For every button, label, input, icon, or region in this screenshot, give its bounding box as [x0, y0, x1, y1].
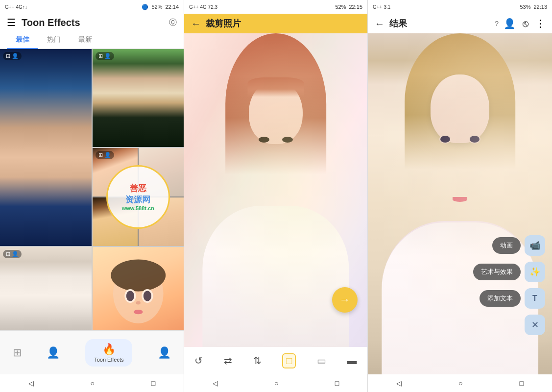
- close-icon: ✕: [531, 319, 539, 330]
- home-sys-btn-1[interactable]: ○: [91, 379, 95, 387]
- sys-nav-2: ◁ ○ □: [184, 374, 367, 392]
- watermark-line2: 资源网: [125, 194, 150, 205]
- video-icon: 📹: [529, 240, 540, 251]
- status-bar-3: G++ 3.1 53% 22:13: [368, 0, 552, 14]
- next-button[interactable]: →: [332, 287, 358, 313]
- bluetooth-icon-1: 🔵: [142, 4, 148, 10]
- time-text-3: 22:13: [533, 4, 547, 10]
- help-icon-1[interactable]: ⓪: [169, 18, 177, 28]
- status-right-3: 53% 22:13: [520, 4, 547, 10]
- battery-text-2: 52%: [335, 4, 346, 10]
- person-icon-b: 👤: [104, 53, 111, 59]
- time-text-1: 22:14: [165, 4, 179, 10]
- user-icon: 👤: [158, 346, 171, 359]
- app-title: Toon Effects: [22, 17, 163, 28]
- battery-text-1: 52%: [151, 4, 162, 10]
- back-button-3[interactable]: ←: [375, 18, 384, 29]
- crop-image-area: →: [184, 33, 367, 347]
- cell-icon-b: ⊞ 👤: [96, 52, 114, 60]
- anime-face-svg: [93, 247, 184, 330]
- art-icon-btn[interactable]: ✨: [525, 262, 545, 282]
- anime-image: [93, 247, 184, 330]
- flip-h-tool[interactable]: ⇄: [224, 355, 232, 367]
- home-sys-btn-2[interactable]: ○: [274, 379, 278, 387]
- nav-item-user[interactable]: 👤: [158, 346, 171, 359]
- animation-icon-btn[interactable]: 📹: [525, 235, 545, 256]
- photo-icon-b: ⊞: [98, 53, 103, 59]
- back-button-2[interactable]: ←: [191, 18, 201, 29]
- home-sys-btn-3[interactable]: ○: [458, 379, 462, 387]
- text-icon-btn[interactable]: T: [525, 288, 545, 309]
- art-effects-button[interactable]: 艺术与效果: [473, 264, 521, 280]
- photo-icon-c: ⊞: [98, 152, 103, 158]
- back-sys-btn-2[interactable]: ◁: [213, 379, 218, 387]
- grid-cell-b[interactable]: ⊞ 👤: [93, 49, 184, 147]
- tab-hot[interactable]: 热门: [38, 31, 70, 48]
- back-sys-btn-1[interactable]: ◁: [28, 379, 34, 387]
- toon-label: Toon Effects: [94, 357, 123, 363]
- status-bar-2: G++ 4G 72.3 52% 22:15: [184, 0, 367, 14]
- recents-sys-btn-3[interactable]: □: [520, 379, 524, 387]
- art-effects-label: 艺术与效果: [481, 268, 513, 275]
- action-row-text: 添加文本 T: [473, 288, 545, 309]
- cell-icon-c1: ⊞ 👤: [96, 151, 114, 159]
- share-icon[interactable]: ⎋: [523, 18, 528, 29]
- close-button[interactable]: ✕: [525, 315, 545, 335]
- grid-cell-d[interactable]: ⊞ 👤: [0, 247, 92, 330]
- nav-item-gallery[interactable]: ⊞: [13, 346, 22, 359]
- square-crop-tool[interactable]: □: [282, 353, 296, 368]
- rect-crop-tool[interactable]: ▭: [317, 355, 326, 367]
- result-topbar: ← 结果 ? 👤 ⎋ ⋮: [368, 14, 552, 33]
- woman2-image: [93, 49, 184, 147]
- watermark-line1: 善恶: [130, 183, 146, 194]
- cell-icon-d: ⊞ 👤: [3, 250, 22, 258]
- signal-text-1: 4G↑↓: [16, 4, 27, 10]
- photo-icon-d: ⊞: [6, 251, 10, 257]
- battery-text-3: 53%: [520, 4, 530, 10]
- recents-sys-btn-2[interactable]: □: [335, 379, 339, 387]
- wide-crop-tool[interactable]: ▬: [347, 355, 357, 367]
- portrait-icon: 👤: [47, 346, 60, 359]
- cell-icon-a: ⊞ 👤: [3, 52, 22, 60]
- action-row-close: ✕: [473, 315, 545, 335]
- recents-sys-btn-1[interactable]: □: [151, 379, 155, 387]
- screen3: G++ 3.1 53% 22:13 ← 结果 ? 👤 ⎋ ⋮: [368, 0, 552, 392]
- sys-nav-3: ◁ ○ □: [368, 374, 552, 392]
- next-arrow-icon: →: [339, 294, 350, 306]
- action-buttons: 动画 📹 艺术与效果 ✨ 添加文本: [473, 235, 545, 335]
- nav-item-portrait[interactable]: 👤: [47, 346, 60, 359]
- add-text-button[interactable]: 添加文本: [480, 290, 521, 307]
- help-icon-3[interactable]: ?: [495, 20, 499, 27]
- status-bar-1: G++ 4G↑↓ 🔵 52% 22:14: [0, 0, 184, 14]
- svg-point-7: [136, 301, 140, 304]
- result-title: 结果: [389, 18, 490, 29]
- topbar-actions: 👤 ⎋ ⋮: [504, 18, 545, 29]
- nav-item-toon[interactable]: 🔥 Toon Effects: [85, 339, 132, 367]
- grid-cell-a[interactable]: ⊞ 👤: [0, 49, 92, 246]
- signal-text-2: 4G 72.3: [200, 4, 217, 10]
- grid-cell-e[interactable]: [93, 247, 184, 330]
- avatar-icon-3[interactable]: 👤: [504, 18, 516, 29]
- screen-title-2: 裁剪照片: [206, 18, 241, 29]
- carrier-info-1: G++ 4G↑↓: [5, 4, 27, 10]
- sys-nav-1: ◁ ○ □: [0, 374, 184, 392]
- gallery-icon: ⊞: [13, 346, 22, 359]
- more-icon[interactable]: ⋮: [535, 18, 545, 29]
- menu-icon[interactable]: ☰: [7, 17, 16, 28]
- rotate-tool[interactable]: ↺: [194, 355, 203, 367]
- tab-latest[interactable]: 最新: [70, 31, 101, 48]
- svg-point-1: [111, 259, 166, 291]
- animation-button[interactable]: 动画: [492, 237, 521, 254]
- status-right-2: 52% 22:15: [335, 4, 362, 10]
- woman1-image: [0, 49, 92, 246]
- time-text-2: 22:15: [349, 4, 362, 10]
- back-sys-btn-3[interactable]: ◁: [396, 379, 402, 387]
- grid-cell-c[interactable]: 善恶 资源网 www.588t.cn ⊞ 👤: [93, 148, 184, 246]
- action-row-animation: 动画 📹: [473, 235, 545, 256]
- tab-best[interactable]: 最佳: [7, 31, 38, 48]
- flip-v-tool[interactable]: ⇅: [253, 355, 262, 367]
- watermark-line3: www.588t.cn: [122, 205, 154, 211]
- watermark: 善恶 资源网 www.588t.cn: [106, 165, 170, 229]
- crop-tools: ↺ ⇄ ⇅ □ ▭ ▬: [184, 347, 367, 374]
- svg-point-4: [126, 291, 134, 301]
